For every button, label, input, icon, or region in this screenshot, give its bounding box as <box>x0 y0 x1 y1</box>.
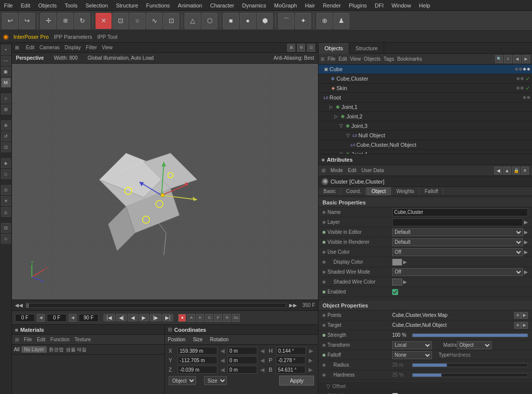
coord-z-pos[interactable] <box>178 366 217 374</box>
material-icon[interactable]: ◬ <box>1 207 11 217</box>
viewport-menu-cameras[interactable]: Cameras <box>39 45 60 50</box>
interposer-pro-label[interactable]: InterPoser Pro <box>13 34 49 40</box>
menu-plugins[interactable]: Plugins <box>345 2 371 8</box>
prop-shaded-wire-color-arrow[interactable]: ▶ <box>403 279 407 285</box>
scale-tool-button[interactable]: ⊞ <box>57 13 73 29</box>
mat-menu-file[interactable]: File <box>24 337 32 342</box>
cylinder-button[interactable]: ⬢ <box>257 13 273 29</box>
coord-x-size[interactable] <box>227 347 257 355</box>
key-rot-button[interactable]: R <box>223 314 231 322</box>
key-scale-button[interactable]: Sc <box>232 314 240 322</box>
menu-tools[interactable]: Tools <box>61 2 82 8</box>
auto-key-button[interactable]: A <box>187 314 195 322</box>
record-button[interactable]: ● <box>178 314 186 322</box>
menu-animation[interactable]: Animation <box>174 2 206 8</box>
workspace-icon[interactable]: ⊟ <box>1 223 11 233</box>
prop-matrix-select[interactable]: Object <box>457 341 492 349</box>
obj-menu-view[interactable]: View <box>350 56 361 62</box>
prop-target-icon2[interactable]: ▶ <box>521 322 528 329</box>
prop-use-color-arrow[interactable]: ▶ <box>524 249 528 255</box>
attrs-menu-userdata[interactable]: User Data <box>361 168 384 173</box>
prop-target-icon1[interactable]: ⊕ <box>514 322 521 329</box>
snap-icon[interactable]: ⊹ <box>1 94 11 103</box>
frame-step-icon[interactable]: ◀ <box>37 314 45 322</box>
play-forward-button[interactable]: ▶ <box>139 314 149 321</box>
prop-points-icon2[interactable]: ▶ <box>521 312 528 319</box>
key-all-button[interactable]: K <box>196 314 204 322</box>
coord-z-size[interactable] <box>227 366 257 374</box>
attrs-nav-close[interactable]: ✕ <box>521 167 529 175</box>
prop-use-color-select[interactable]: Off <box>392 248 523 256</box>
loop-select-button[interactable]: ⊡ <box>163 13 179 29</box>
move-tool-button[interactable]: ✛ <box>40 13 56 29</box>
coord-object-select[interactable]: Object <box>169 376 196 385</box>
undo-button[interactable]: ↩ <box>2 13 18 29</box>
offset-title[interactable]: ▽ Offset <box>319 382 532 391</box>
obj-menu-edit[interactable]: Edit <box>338 56 347 62</box>
tab-falloff[interactable]: Falloff <box>420 187 443 196</box>
apply-button[interactable]: Apply <box>279 376 314 386</box>
key-sel-button[interactable]: S <box>205 314 213 322</box>
prop-visible-renderer-select[interactable]: Default <box>392 238 523 246</box>
menu-hair[interactable]: Hair <box>301 2 319 8</box>
no-layer-badge[interactable]: No Layer <box>21 346 47 353</box>
coord-p-rot[interactable] <box>276 356 306 364</box>
circle-select-button[interactable]: ○ <box>129 13 145 29</box>
grid-icon[interactable]: ⊞ <box>1 104 11 114</box>
camera-icon[interactable]: ⊙ <box>1 185 11 195</box>
menu-selection[interactable]: Selection <box>82 2 112 8</box>
prop-visible-editor-select[interactable]: Default <box>392 228 523 236</box>
prop-radius-bar[interactable] <box>412 363 528 367</box>
obj-menu-tags[interactable]: Tags <box>384 56 394 62</box>
ipp-parameters-label[interactable]: IPP Parameters <box>54 34 92 40</box>
coord-y-size[interactable] <box>227 356 257 364</box>
scale-icon[interactable]: ⊡ <box>1 142 11 152</box>
sphere-button[interactable]: ● <box>240 13 256 29</box>
viewport-menu-edit[interactable]: Edit <box>26 45 34 50</box>
attrs-menu-mode[interactable]: Mode <box>330 168 343 173</box>
tree-row-joint4[interactable]: ▽ ⊕ Joint,4 <box>319 150 532 154</box>
bone-button[interactable]: ⊕ <box>317 13 332 29</box>
mode-polys-icon[interactable]: ▣ <box>1 67 11 77</box>
coord-b-rot[interactable] <box>276 366 306 374</box>
prop-enabled-checkbox[interactable] <box>392 289 398 295</box>
coord-x-pos[interactable] <box>178 347 217 355</box>
prop-shaded-wire-color-swatch[interactable] <box>392 279 402 286</box>
tab-structure[interactable]: Structure <box>349 43 384 54</box>
menu-window[interactable]: Window <box>388 2 415 8</box>
current-frame-input[interactable] <box>15 314 35 322</box>
goto-end-button[interactable]: ▶| <box>162 314 174 321</box>
play-back-button[interactable]: ◀ <box>128 314 138 321</box>
extrude-button[interactable]: ⬡ <box>202 13 217 29</box>
end-frame-input[interactable] <box>79 314 99 322</box>
menu-mograph[interactable]: MoGraph <box>270 2 301 8</box>
cube-button[interactable]: ■ <box>223 13 239 29</box>
attrs-menu-edit[interactable]: Edit <box>348 168 356 173</box>
mat-menu-edit[interactable]: Edit <box>37 337 45 342</box>
coord-h-rot[interactable] <box>276 347 306 355</box>
frame-step-back-icon[interactable]: ◀ <box>69 314 77 322</box>
obj-filter-icon[interactable]: ≡ <box>504 55 512 63</box>
tab-objects[interactable]: Objects <box>319 43 349 54</box>
obj-menu-bookmarks[interactable]: Bookmarks <box>397 56 422 62</box>
prop-transform-select[interactable]: Local <box>392 341 432 349</box>
tree-row-joint3[interactable]: ▽ ⊕ Joint,3 <box>319 121 532 131</box>
prop-shaded-wire-mode-arrow[interactable]: ▶ <box>524 269 528 275</box>
light-icon[interactable]: ☀ <box>1 196 11 206</box>
prop-layer-arrow[interactable]: ▶ <box>524 219 528 225</box>
rectangle-select-button[interactable]: ⊡ <box>112 13 128 29</box>
step-back-button[interactable]: ◀| <box>116 314 127 321</box>
tab-object[interactable]: Object <box>366 187 391 196</box>
brush-icon[interactable]: ◈ <box>1 158 11 168</box>
prop-visible-renderer-arrow[interactable]: ▶ <box>524 239 528 245</box>
bend-button[interactable]: ⌒ <box>278 13 294 29</box>
prop-hardness-bar[interactable] <box>412 373 528 377</box>
prop-layer-input[interactable] <box>392 218 523 226</box>
mat-menu-texture[interactable]: Texture <box>75 337 91 342</box>
viewport-canvas[interactable]: X Y Z <box>12 64 318 299</box>
prop-visible-editor-arrow[interactable]: ▶ <box>524 229 528 235</box>
mode-points-icon[interactable]: • <box>1 45 11 55</box>
twist-button[interactable]: ✦ <box>295 13 311 29</box>
menu-help[interactable]: Help <box>415 2 434 8</box>
obj-menu-file[interactable]: File <box>327 56 335 62</box>
